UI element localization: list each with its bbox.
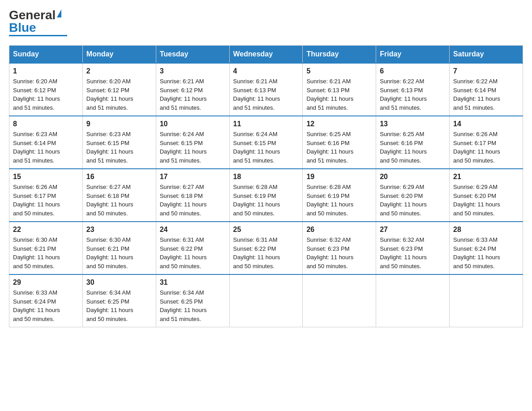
calendar-header-tuesday: Tuesday — [156, 46, 229, 64]
day-info: Sunrise: 6:24 AMSunset: 6:15 PMDaylight:… — [160, 131, 207, 164]
calendar-cell: 19 Sunrise: 6:28 AMSunset: 6:19 PMDaylig… — [303, 169, 376, 222]
day-number: 21 — [453, 173, 519, 181]
day-info: Sunrise: 6:33 AMSunset: 6:24 PMDaylight:… — [453, 236, 500, 270]
page-header: General Blue — [9, 9, 523, 36]
calendar-cell: 23 Sunrise: 6:30 AMSunset: 6:21 PMDaylig… — [82, 222, 156, 274]
calendar-week-row: 15 Sunrise: 6:26 AMSunset: 6:17 PMDaylig… — [9, 169, 523, 222]
day-number: 19 — [306, 173, 372, 181]
day-info: Sunrise: 6:28 AMSunset: 6:19 PMDaylight:… — [233, 184, 280, 217]
calendar-cell: 25 Sunrise: 6:31 AMSunset: 6:22 PMDaylig… — [229, 222, 303, 274]
calendar-cell: 21 Sunrise: 6:29 AMSunset: 6:20 PMDaylig… — [450, 169, 523, 222]
day-number: 22 — [13, 226, 79, 234]
day-number: 30 — [86, 278, 152, 287]
calendar-week-row: 1 Sunrise: 6:20 AMSunset: 6:12 PMDayligh… — [9, 63, 523, 116]
calendar-cell: 20 Sunrise: 6:29 AMSunset: 6:20 PMDaylig… — [376, 169, 450, 222]
day-number: 4 — [233, 67, 299, 75]
day-info: Sunrise: 6:21 AMSunset: 6:12 PMDaylight:… — [160, 78, 207, 111]
calendar-cell: 12 Sunrise: 6:25 AMSunset: 6:16 PMDaylig… — [303, 116, 376, 169]
day-info: Sunrise: 6:27 AMSunset: 6:18 PMDaylight:… — [86, 184, 133, 217]
calendar-cell: 4 Sunrise: 6:21 AMSunset: 6:13 PMDayligh… — [229, 63, 303, 116]
calendar-header-monday: Monday — [82, 46, 156, 64]
logo-blue-text: Blue — [9, 21, 36, 34]
day-info: Sunrise: 6:29 AMSunset: 6:20 PMDaylight:… — [380, 184, 427, 217]
calendar-cell: 14 Sunrise: 6:26 AMSunset: 6:17 PMDaylig… — [450, 116, 523, 169]
calendar-cell — [376, 274, 450, 327]
day-info: Sunrise: 6:24 AMSunset: 6:15 PMDaylight:… — [233, 131, 280, 164]
day-info: Sunrise: 6:26 AMSunset: 6:17 PMDaylight:… — [13, 184, 60, 217]
calendar-cell: 13 Sunrise: 6:25 AMSunset: 6:16 PMDaylig… — [376, 116, 450, 169]
calendar-cell: 22 Sunrise: 6:30 AMSunset: 6:21 PMDaylig… — [9, 222, 83, 274]
calendar-cell: 15 Sunrise: 6:26 AMSunset: 6:17 PMDaylig… — [9, 169, 83, 222]
logo-underline — [9, 35, 67, 36]
day-number: 27 — [380, 226, 446, 234]
day-info: Sunrise: 6:25 AMSunset: 6:16 PMDaylight:… — [380, 131, 427, 164]
calendar-cell — [229, 274, 303, 327]
day-number: 25 — [233, 226, 299, 234]
day-number: 7 — [453, 67, 519, 75]
day-number: 2 — [86, 67, 152, 75]
day-info: Sunrise: 6:30 AMSunset: 6:21 PMDaylight:… — [13, 236, 60, 270]
calendar-cell: 1 Sunrise: 6:20 AMSunset: 6:12 PMDayligh… — [9, 63, 83, 116]
calendar-cell: 30 Sunrise: 6:34 AMSunset: 6:25 PMDaylig… — [82, 274, 156, 327]
day-info: Sunrise: 6:22 AMSunset: 6:14 PMDaylight:… — [453, 78, 500, 111]
day-number: 5 — [306, 67, 372, 75]
day-info: Sunrise: 6:30 AMSunset: 6:21 PMDaylight:… — [86, 236, 133, 270]
day-number: 13 — [380, 120, 446, 128]
calendar-cell — [303, 274, 376, 327]
day-info: Sunrise: 6:20 AMSunset: 6:12 PMDaylight:… — [13, 78, 60, 111]
calendar-week-row: 22 Sunrise: 6:30 AMSunset: 6:21 PMDaylig… — [9, 222, 523, 274]
day-number: 17 — [160, 173, 226, 181]
day-number: 18 — [233, 173, 299, 181]
calendar-header-friday: Friday — [376, 46, 450, 64]
calendar-cell: 29 Sunrise: 6:33 AMSunset: 6:24 PMDaylig… — [9, 274, 83, 327]
day-info: Sunrise: 6:32 AMSunset: 6:23 PMDaylight:… — [380, 236, 427, 270]
day-number: 9 — [86, 120, 152, 128]
day-info: Sunrise: 6:23 AMSunset: 6:14 PMDaylight:… — [13, 131, 60, 164]
day-number: 16 — [86, 173, 152, 181]
day-number: 11 — [233, 120, 299, 128]
day-info: Sunrise: 6:23 AMSunset: 6:15 PMDaylight:… — [86, 131, 133, 164]
calendar-header-thursday: Thursday — [303, 46, 376, 64]
day-info: Sunrise: 6:32 AMSunset: 6:23 PMDaylight:… — [306, 236, 353, 270]
day-number: 31 — [160, 278, 226, 287]
calendar-cell — [450, 274, 523, 327]
calendar-week-row: 8 Sunrise: 6:23 AMSunset: 6:14 PMDayligh… — [9, 116, 523, 169]
day-info: Sunrise: 6:34 AMSunset: 6:25 PMDaylight:… — [86, 289, 133, 322]
calendar-cell: 9 Sunrise: 6:23 AMSunset: 6:15 PMDayligh… — [82, 116, 156, 169]
calendar-cell: 27 Sunrise: 6:32 AMSunset: 6:23 PMDaylig… — [376, 222, 450, 274]
logo: General Blue — [9, 9, 67, 36]
calendar-cell: 3 Sunrise: 6:21 AMSunset: 6:12 PMDayligh… — [156, 63, 229, 116]
day-number: 26 — [306, 226, 372, 234]
day-info: Sunrise: 6:21 AMSunset: 6:13 PMDaylight:… — [306, 78, 353, 111]
calendar-cell: 11 Sunrise: 6:24 AMSunset: 6:15 PMDaylig… — [229, 116, 303, 169]
calendar-cell: 28 Sunrise: 6:33 AMSunset: 6:24 PMDaylig… — [450, 222, 523, 274]
day-number: 24 — [160, 226, 226, 234]
day-info: Sunrise: 6:20 AMSunset: 6:12 PMDaylight:… — [86, 78, 133, 111]
day-info: Sunrise: 6:31 AMSunset: 6:22 PMDaylight:… — [160, 236, 207, 270]
logo-triangle-icon — [57, 9, 61, 17]
day-info: Sunrise: 6:26 AMSunset: 6:17 PMDaylight:… — [453, 131, 500, 164]
calendar-week-row: 29 Sunrise: 6:33 AMSunset: 6:24 PMDaylig… — [9, 274, 523, 327]
calendar-header-wednesday: Wednesday — [229, 46, 303, 64]
day-info: Sunrise: 6:25 AMSunset: 6:16 PMDaylight:… — [306, 131, 353, 164]
day-info: Sunrise: 6:27 AMSunset: 6:18 PMDaylight:… — [160, 184, 207, 217]
day-info: Sunrise: 6:21 AMSunset: 6:13 PMDaylight:… — [233, 78, 280, 111]
calendar-header-sunday: Sunday — [9, 46, 83, 64]
calendar-cell: 7 Sunrise: 6:22 AMSunset: 6:14 PMDayligh… — [450, 63, 523, 116]
day-number: 1 — [13, 67, 79, 75]
day-info: Sunrise: 6:34 AMSunset: 6:25 PMDaylight:… — [160, 289, 207, 322]
calendar-cell: 24 Sunrise: 6:31 AMSunset: 6:22 PMDaylig… — [156, 222, 229, 274]
calendar-header-saturday: Saturday — [450, 46, 523, 64]
calendar-table: SundayMondayTuesdayWednesdayThursdayFrid… — [9, 45, 523, 327]
day-number: 8 — [13, 120, 79, 128]
day-info: Sunrise: 6:28 AMSunset: 6:19 PMDaylight:… — [306, 184, 353, 217]
calendar-cell: 17 Sunrise: 6:27 AMSunset: 6:18 PMDaylig… — [156, 169, 229, 222]
calendar-cell: 2 Sunrise: 6:20 AMSunset: 6:12 PMDayligh… — [82, 63, 156, 116]
day-number: 10 — [160, 120, 226, 128]
day-number: 20 — [380, 173, 446, 181]
calendar-cell: 8 Sunrise: 6:23 AMSunset: 6:14 PMDayligh… — [9, 116, 83, 169]
day-info: Sunrise: 6:31 AMSunset: 6:22 PMDaylight:… — [233, 236, 280, 270]
day-number: 29 — [13, 278, 79, 287]
day-info: Sunrise: 6:22 AMSunset: 6:13 PMDaylight:… — [380, 78, 427, 111]
day-number: 12 — [306, 120, 372, 128]
